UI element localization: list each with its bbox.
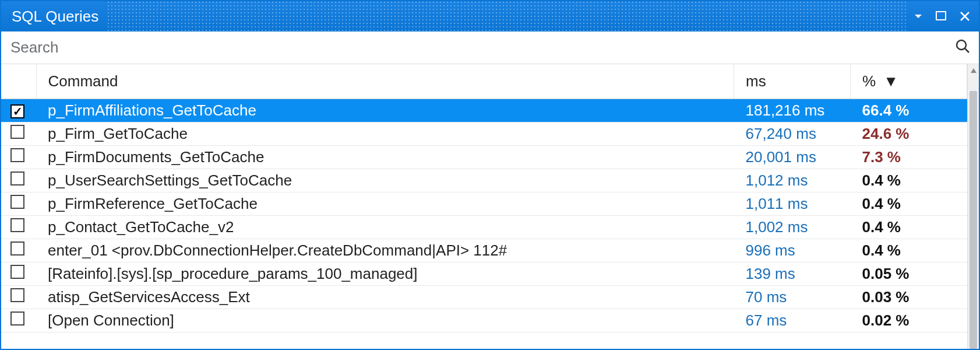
search-icon[interactable] [954, 38, 971, 58]
row-checkbox-cell[interactable] [1, 192, 36, 216]
table-row[interactable]: [Open Connection]67 ms0.02 % [1, 309, 967, 332]
checkbox[interactable] [10, 218, 24, 232]
row-checkbox-cell[interactable] [1, 286, 36, 309]
percent-cell: 7.3 % [851, 146, 967, 169]
command-cell: p_FirmDocuments_GetToCache [36, 146, 734, 169]
checkbox[interactable] [10, 312, 24, 326]
close-icon[interactable] [959, 10, 971, 22]
row-checkbox-cell[interactable] [1, 146, 36, 169]
row-checkbox-cell[interactable] [1, 169, 36, 192]
command-cell: enter_01 <prov.DbConnectionHelper.Create… [36, 239, 734, 262]
duration-cell: 996 ms [734, 239, 851, 262]
command-cell: p_Firm_GetToCache [36, 123, 734, 146]
duration-cell: 181,216 ms [734, 99, 851, 123]
table-row[interactable]: p_FirmAffiliations_GetToCache181,216 ms6… [1, 99, 967, 123]
window-title: SQL Queries [12, 8, 98, 26]
percent-cell: 0.4 % [851, 239, 967, 262]
maximize-icon[interactable] [936, 11, 946, 22]
duration-cell: 70 ms [734, 286, 851, 309]
command-cell: atisp_GetServicesAccess_Ext [36, 286, 734, 309]
percent-cell: 0.02 % [851, 309, 967, 332]
row-checkbox-cell[interactable] [1, 262, 36, 286]
percent-cell: 0.03 % [851, 286, 967, 309]
command-cell: p_FirmReference_GetToCache [36, 192, 734, 216]
scroll-up-icon[interactable] [968, 68, 979, 74]
duration-cell: 1,012 ms [734, 169, 851, 192]
svg-line-2 [965, 48, 969, 52]
command-cell: p_FirmAffiliations_GetToCache [36, 99, 734, 123]
table-row[interactable]: p_Firm_GetToCache67,240 ms24.6 % [1, 123, 967, 146]
table-row[interactable]: enter_01 <prov.DbConnectionHelper.Create… [1, 239, 967, 262]
duration-cell: 67,240 ms [734, 123, 851, 146]
checkbox[interactable] [10, 172, 24, 186]
search-input[interactable] [10, 38, 954, 57]
checkbox[interactable] [10, 242, 24, 256]
sort-indicator-icon: ▼ [883, 72, 898, 90]
checkbox[interactable] [10, 195, 24, 209]
command-cell: p_UserSearchSettings_GetToCache [36, 169, 734, 192]
percent-cell: 0.4 % [851, 216, 967, 239]
table-row[interactable]: p_UserSearchSettings_GetToCache1,012 ms0… [1, 169, 967, 192]
duration-cell: 20,001 ms [734, 146, 851, 169]
percent-cell: 66.4 % [851, 99, 967, 123]
row-checkbox-cell[interactable] [1, 216, 36, 239]
percent-cell: 0.05 % [851, 262, 967, 286]
percent-cell: 0.4 % [851, 169, 967, 192]
command-cell: p_Contact_GetToCache_v2 [36, 216, 734, 239]
duration-cell: 1,011 ms [734, 192, 851, 216]
search-bar [1, 32, 979, 64]
table-row[interactable]: [Rateinfo].[sys].[sp_procedure_params_10… [1, 262, 967, 286]
duration-cell: 67 ms [734, 309, 851, 332]
column-header-checkbox[interactable] [1, 64, 36, 99]
duration-cell: 139 ms [734, 262, 851, 286]
row-checkbox-cell[interactable] [1, 99, 36, 123]
command-cell: [Rateinfo].[sys].[sp_procedure_params_10… [36, 262, 734, 286]
table-row[interactable]: p_Contact_GetToCache_v21,002 ms0.4 % [1, 216, 967, 239]
checkbox[interactable] [10, 265, 24, 279]
column-header-ms[interactable]: ms [734, 64, 851, 99]
titlebar-grip[interactable] [107, 1, 908, 32]
table-row[interactable]: atisp_GetServicesAccess_Ext70 ms0.03 % [1, 286, 967, 309]
table-row[interactable]: p_FirmDocuments_GetToCache20,001 ms7.3 % [1, 146, 967, 169]
column-header-command[interactable]: Command [36, 64, 734, 99]
percent-cell: 24.6 % [851, 123, 967, 146]
checkbox[interactable] [10, 288, 24, 302]
svg-rect-0 [936, 12, 946, 20]
command-cell: [Open Connection] [36, 309, 734, 332]
table-row[interactable]: p_FirmReference_GetToCache1,011 ms0.4 % [1, 192, 967, 216]
row-checkbox-cell[interactable] [1, 123, 36, 146]
checkbox[interactable] [10, 125, 24, 139]
percent-cell: 0.4 % [851, 192, 967, 216]
dropdown-icon[interactable] [914, 12, 923, 21]
row-checkbox-cell[interactable] [1, 309, 36, 332]
svg-point-1 [957, 40, 966, 50]
checkbox[interactable] [10, 148, 24, 162]
checkbox[interactable] [10, 104, 24, 118]
column-header-percent[interactable]: % ▼ [851, 64, 967, 99]
queries-table: Command ms % ▼ p_FirmAffiliations_GetToC… [1, 64, 967, 332]
duration-cell: 1,002 ms [734, 216, 851, 239]
scroll-thumb[interactable] [970, 91, 977, 349]
window-titlebar[interactable]: SQL Queries [1, 1, 979, 32]
row-checkbox-cell[interactable] [1, 239, 36, 262]
vertical-scrollbar[interactable] [967, 64, 979, 349]
table-header-row: Command ms % ▼ [1, 64, 967, 99]
